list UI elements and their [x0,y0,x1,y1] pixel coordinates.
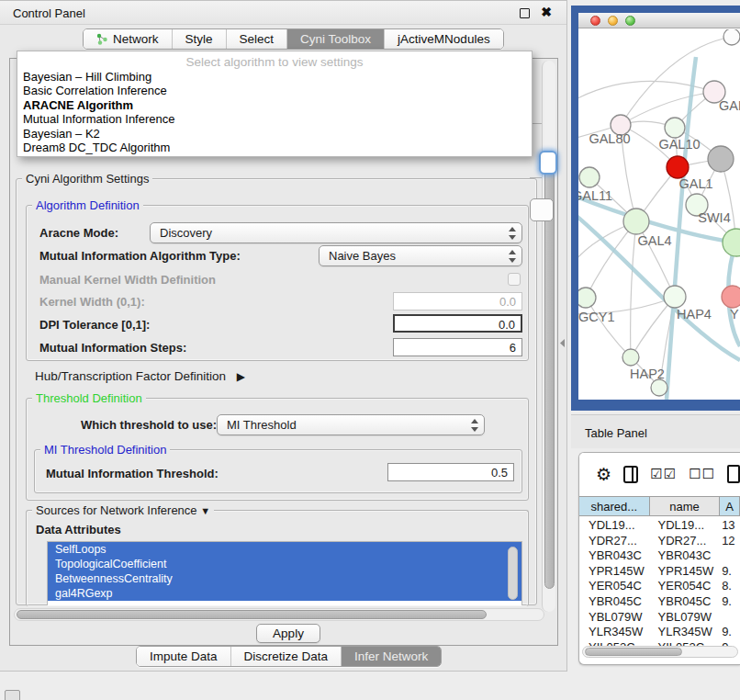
manual-kernel-width-label: Manual Kernel Width Definition [39,273,216,287]
close-traffic-light-icon[interactable] [590,16,600,26]
table-panel-header: Table Panel [571,414,740,448]
dpi-tolerance-label: DPI Tolerance [0,1]: [39,318,150,332]
list-item[interactable]: gal4RGexp [48,586,521,601]
table-row[interactable]: YDR27...YDR27...12 [579,533,740,548]
deselect-all-checkboxes-icon[interactable]: ☐☐ [689,466,715,482]
hub-definition-expander[interactable]: Hub/Transcription Factor Definition ▶ [35,369,245,383]
collapse-down-icon[interactable]: ▼ [200,505,210,516]
scrollbar-thumb[interactable] [544,162,555,589]
settings-vertical-scrollbar[interactable] [542,61,555,612]
network-node-gal4[interactable] [623,209,649,234]
tab-network[interactable]: Network [84,29,173,49]
columns-icon[interactable] [623,466,638,483]
zoom-traffic-light-icon[interactable] [625,16,635,26]
data-attributes-label: Data Attributes [36,523,121,536]
column-header-partial[interactable]: A [720,497,740,515]
algorithm-option[interactable]: Bayesian – Hill Climbing [17,70,532,84]
minimize-traffic-light-icon[interactable] [608,16,618,26]
table-row[interactable]: YBR045CYBR045C9. [579,593,740,609]
tab-impute-data[interactable]: Impute Data [137,647,231,666]
table-toolbar: ⚙ ☑☑ ☐☐ [579,453,740,495]
algorithm-option[interactable]: Basic Correlation Inference [17,84,532,97]
tab-select[interactable]: Select [227,29,288,49]
network-view-inner: GAL GAL80 GAL10 GAL11 GAL1 SWI4 GAL4 GCY… [578,13,740,400]
table-body: YDL19...YDL19...13 YDR27...YDR27...12 YB… [579,517,740,646]
expand-right-icon: ▶ [237,370,245,383]
scrollbar-thumb[interactable] [17,610,487,619]
list-item[interactable]: TopologicalCoefficient [48,557,521,571]
new-table-icon[interactable] [727,465,740,483]
algorithm-option-selected[interactable]: ARACNE Algorithm [17,98,532,112]
control-panel-titlebar: Control Panel ✖ [0,1,566,25]
which-threshold-label: Which threshold to use: [81,418,217,432]
scrollbar-thumb[interactable] [585,648,682,656]
table-row[interactable]: YBL079WYBL079W [579,609,740,625]
network-node[interactable] [708,146,734,172]
aracne-mode-combobox[interactable]: Discovery [150,222,522,243]
table-row[interactable]: YDL19...YDL19...13 [579,517,740,533]
column-header-name[interactable]: name [650,497,721,515]
algorithm-option[interactable]: Bayesian – K2 [17,127,532,141]
cell: YDL19... [579,517,651,533]
network-node-gal11[interactable] [579,167,600,187]
cell: YBR045C [579,593,651,609]
cell: YER054C [651,578,723,593]
network-graph: GAL GAL80 GAL10 GAL11 GAL1 SWI4 GAL4 GCY… [578,29,740,400]
close-icon[interactable]: ✖ [541,5,552,19]
network-node-gal10[interactable] [665,118,685,138]
network-node-swi4[interactable] [723,229,740,256]
mi-steps-field[interactable]: 6 [393,338,522,356]
network-node-hap4[interactable] [664,286,686,308]
node-label: GAL10 [658,137,700,152]
algorithm-option[interactable]: Mutual Information Inference [17,112,532,126]
data-attributes-list[interactable]: SelfLoops TopologicalCoefficient Between… [47,541,522,605]
table-row[interactable]: YLR345WYLR345W9. [579,624,740,639]
cell: 8. [722,578,740,593]
table-row[interactable]: YPR145WYPR145W9. [579,563,740,579]
sources-title: Sources for Network Inference ▼ [32,503,214,517]
tab-style[interactable]: Style [173,29,227,49]
mi-steps-label: Mutual Information Steps: [39,341,186,355]
mi-threshold-field[interactable]: 0.5 [387,463,514,481]
mi-threshold-definition-group: MI Threshold Definition Mutual Informati… [34,449,522,493]
table-row[interactable]: YER054CYER054C8. [579,578,740,593]
network-node-red[interactable] [667,156,689,178]
gear-icon[interactable]: ⚙ [596,466,611,483]
network-node[interactable] [723,29,740,45]
cell: YLR345W [651,624,723,639]
tab-jactivemnodules-label: jActiveMNodules [398,32,490,46]
apply-button[interactable]: Apply [256,624,320,643]
kernel-width-field[interactable]: 0.0 [393,292,522,310]
settings-horizontal-scrollbar[interactable] [14,608,544,621]
tab-infer-network[interactable]: Infer Network [342,647,441,666]
list-scrollbar-thumb[interactable] [508,547,518,600]
cell: YDR27... [651,533,723,548]
float-window-icon[interactable] [520,8,530,18]
tab-jactivemnodules[interactable]: jActiveMNodules [385,29,503,49]
table-horizontal-scrollbar[interactable] [582,646,738,658]
network-node-gcy1[interactable] [578,288,596,308]
list-item[interactable]: BetweennessCentrality [48,571,521,586]
table-row[interactable]: YIL052CYIL052C9 [579,639,740,646]
aracne-mode-label: Aracne Mode: [39,226,118,240]
sources-title-text: Sources for Network Inference [36,503,197,517]
select-all-checkboxes-icon[interactable]: ☑☑ [650,466,677,482]
dpi-tolerance-field[interactable]: 0.0 [393,314,522,333]
network-node-hap2[interactable] [622,349,639,366]
sources-group: Sources for Network Inference ▼ Data Att… [26,510,529,606]
tab-discretize-data[interactable]: Discretize Data [231,647,342,666]
network-canvas[interactable]: GAL GAL80 GAL10 GAL11 GAL1 SWI4 GAL4 GCY… [578,29,740,400]
column-header-shared-name[interactable]: shared... [579,497,650,515]
list-item[interactable]: SelfLoops [48,542,521,557]
mi-algorithm-type-combobox[interactable]: Naive Bayes [319,245,522,266]
algorithm-option[interactable]: Dream8 DC_TDC Algorithm [17,141,532,154]
network-node[interactable] [651,379,667,396]
table-row[interactable]: YBR043CYBR043C [579,548,740,563]
network-node[interactable] [722,286,740,308]
bottom-corner-icon[interactable] [5,690,20,700]
cell: YBR045C [651,593,723,609]
tab-cyni-toolbox[interactable]: Cyni Toolbox [287,29,385,49]
manual-kernel-width-checkbox[interactable] [508,273,521,286]
which-threshold-combobox[interactable]: MI Threshold [217,414,485,435]
cell: 12 [722,533,740,548]
